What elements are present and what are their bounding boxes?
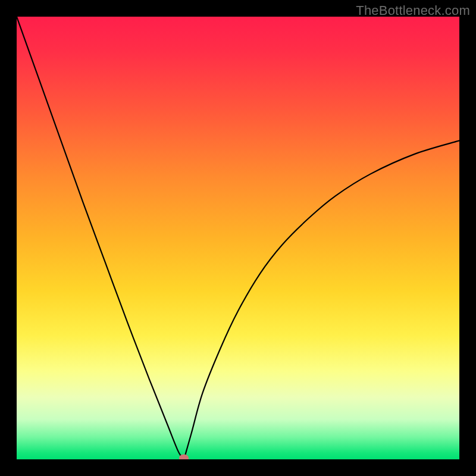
bottleneck-curve — [17, 17, 459, 459]
chart-frame: TheBottleneck.com — [0, 0, 476, 476]
optimum-marker — [179, 455, 189, 460]
plot-area — [17, 17, 459, 459]
